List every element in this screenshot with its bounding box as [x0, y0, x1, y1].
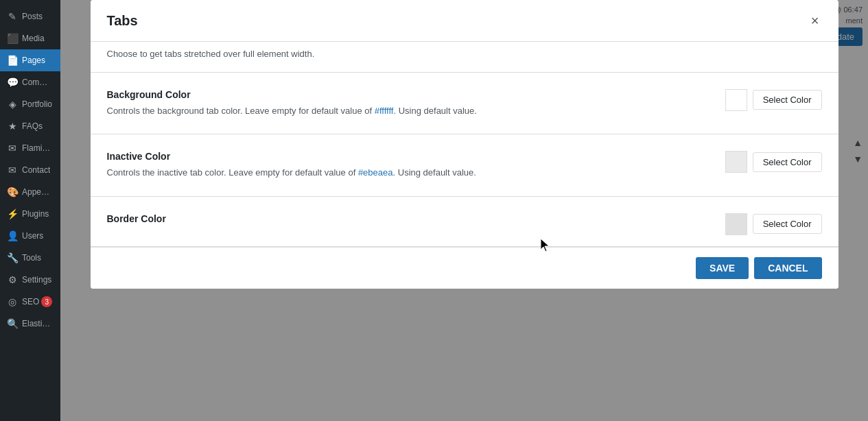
sidebar: ✎ Posts ⬛ Media 📄 Pages 💬 Comments ◈ Por…	[0, 0, 60, 421]
sidebar-label: Users	[22, 231, 43, 241]
portfolio-icon: ◈	[7, 99, 18, 110]
sidebar-item-media[interactable]: ⬛ Media	[0, 27, 60, 49]
settings-icon: ⚙	[7, 274, 18, 285]
top-description-text: Choose to get tabs stretched over full e…	[107, 47, 822, 61]
sidebar-label: Settings	[22, 275, 51, 285]
inactive-color-link[interactable]: #ebeaea	[358, 167, 393, 178]
inactive-color-content: Inactive Color Controls the inactive tab…	[107, 151, 709, 180]
posts-icon: ✎	[7, 11, 18, 22]
border-color-control: Select Color	[725, 213, 822, 235]
users-icon: 👤	[7, 230, 18, 241]
sidebar-label: Plugins	[22, 209, 49, 219]
sidebar-label: Comments	[22, 77, 54, 87]
inactive-desc-suffix: . Using default value.	[393, 167, 476, 178]
sidebar-item-portfolio[interactable]: ◈ Portfolio	[0, 93, 60, 115]
elastic-icon: 🔍	[7, 318, 18, 329]
border-color-content: Border Color	[107, 213, 709, 228]
background-color-desc: Controls the background tab color. Leave…	[107, 104, 709, 118]
sidebar-item-seo[interactable]: ◎ SEO 3	[0, 291, 60, 313]
flamingo-icon: ✉	[7, 143, 18, 154]
inactive-color-control: Select Color	[725, 151, 822, 173]
border-color-select-button[interactable]: Select Color	[753, 214, 822, 234]
modal-header: Tabs ×	[91, 0, 838, 42]
sidebar-label: Tools	[22, 253, 41, 263]
background-color-label: Background Color	[107, 89, 709, 100]
inactive-color-label: Inactive Color	[107, 151, 709, 162]
sidebar-label: Posts	[22, 12, 43, 21]
seo-icon: ◎	[7, 296, 18, 307]
sidebar-item-elastic[interactable]: 🔍 Elastic S	[0, 313, 60, 335]
background-color-row: Background Color Controls the background…	[91, 73, 838, 135]
modal-title: Tabs	[107, 13, 138, 29]
contact-icon: ✉	[7, 165, 18, 176]
media-icon: ⬛	[7, 33, 18, 44]
cancel-button[interactable]: CANCEL	[754, 257, 821, 279]
bg-desc-text: Controls the background tab color. Leave…	[107, 106, 373, 116]
sidebar-item-comments[interactable]: 💬 Comments	[0, 71, 60, 93]
sidebar-item-settings[interactable]: ⚙ Settings	[0, 269, 60, 291]
inactive-color-desc: Controls the inactive tab color. Leave e…	[107, 166, 709, 180]
background-color-select-button[interactable]: Select Color	[753, 90, 822, 110]
tools-icon: 🔧	[7, 252, 18, 263]
inactive-color-row: Inactive Color Controls the inactive tab…	[91, 134, 838, 197]
sidebar-label: SEO	[22, 297, 39, 306]
save-button[interactable]: SAVE	[696, 257, 749, 279]
border-color-row: Border Color Select Color	[91, 197, 838, 247]
background-color-control: Select Color	[725, 89, 822, 111]
sidebar-item-plugins[interactable]: ⚡ Plugins	[0, 203, 60, 225]
sidebar-label: Media	[22, 34, 45, 43]
bg-color-link[interactable]: #ffffff	[375, 106, 394, 116]
modal-footer: SAVE CANCEL	[91, 247, 838, 289]
background-color-content: Background Color Controls the background…	[107, 89, 709, 118]
sidebar-label: Elastic S	[22, 319, 54, 328]
comments-icon: 💬	[7, 77, 18, 88]
modal-body: Choose to get tabs stretched over full e…	[91, 42, 838, 247]
border-color-label: Border Color	[107, 213, 709, 224]
sidebar-item-contact[interactable]: ✉ Contact	[0, 159, 60, 181]
appearance-icon: 🎨	[7, 187, 18, 197]
sidebar-item-faqs[interactable]: ★ FAQs	[0, 115, 60, 137]
border-color-swatch	[725, 213, 747, 235]
main-content: @ 06:47 ment Update ▲ ▼ Tabs × Choose to…	[60, 0, 868, 421]
sidebar-item-tools[interactable]: 🔧 Tools	[0, 247, 60, 269]
sidebar-label: Pages	[22, 56, 45, 65]
plugins-icon: ⚡	[7, 208, 18, 219]
seo-badge: 3	[41, 296, 52, 307]
modal-close-button[interactable]: ×	[808, 11, 822, 30]
sidebar-item-posts[interactable]: ✎ Posts	[0, 5, 60, 27]
pages-icon: 📄	[7, 55, 18, 66]
faqs-icon: ★	[7, 121, 18, 132]
sidebar-item-pages[interactable]: 📄 Pages	[0, 49, 60, 71]
sidebar-label: Flamingo	[22, 143, 54, 153]
sidebar-label: Contact	[22, 165, 50, 175]
sidebar-label: Appearance	[22, 187, 54, 197]
inactive-color-swatch	[725, 151, 747, 173]
background-color-swatch	[725, 89, 747, 111]
inactive-desc-text: Controls the inactive tab color. Leave e…	[107, 167, 356, 178]
inactive-color-select-button[interactable]: Select Color	[753, 152, 822, 172]
sidebar-item-users[interactable]: 👤 Users	[0, 225, 60, 247]
sidebar-label: Portfolio	[22, 99, 52, 109]
modal-dialog: Tabs × Choose to get tabs stretched over…	[91, 0, 838, 289]
bg-desc-suffix: . Using default value.	[393, 106, 476, 116]
sidebar-label: FAQs	[22, 121, 43, 131]
modal-overlay: Tabs × Choose to get tabs stretched over…	[60, 0, 868, 421]
top-description-section: Choose to get tabs stretched over full e…	[91, 42, 838, 73]
sidebar-item-flamingo[interactable]: ✉ Flamingo	[0, 137, 60, 159]
sidebar-item-appearance[interactable]: 🎨 Appearance	[0, 181, 60, 203]
